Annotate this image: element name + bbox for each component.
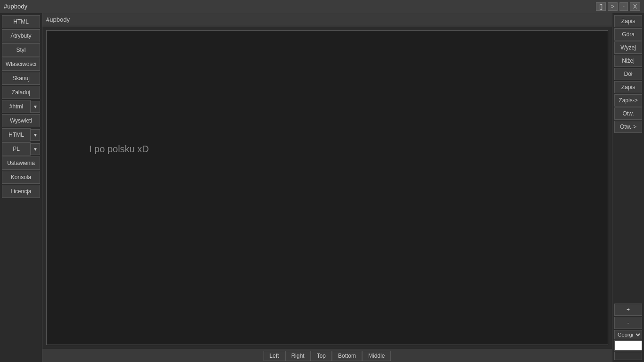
html2-select-arrow[interactable]: ▼: [31, 129, 40, 141]
licencja-button[interactable]: Licencja: [2, 185, 40, 198]
title-bar-controls: [] > - X: [596, 2, 640, 11]
zapis2-button[interactable]: Zapis: [614, 81, 642, 93]
wyzej-button[interactable]: Wyżej: [614, 41, 642, 54]
color-box-dark[interactable]: [614, 352, 642, 360]
breadcrumb: #upbody: [42, 13, 612, 26]
minus-button[interactable]: -: [614, 317, 642, 329]
otw-arrow-button[interactable]: Otw.->: [614, 121, 642, 133]
bottom-button[interactable]: Bottom: [332, 351, 362, 361]
chevron-button[interactable]: >: [608, 2, 618, 11]
html-select-label[interactable]: #html: [2, 100, 31, 113]
title-bar-title: #upbody: [4, 3, 27, 10]
atrybuty-button[interactable]: Atrybuty: [2, 29, 40, 42]
konsola-button[interactable]: Konsola: [2, 171, 40, 184]
center-panel: #upbody I po polsku xD Left Right Top Bo…: [42, 13, 612, 362]
html2-select-label[interactable]: HTML: [2, 128, 31, 141]
close-button[interactable]: X: [630, 2, 640, 11]
html-select-arrow[interactable]: ▼: [31, 101, 40, 113]
left-button[interactable]: Left: [264, 351, 285, 361]
left-sidebar: HTML Atrybuty Styl Wlasciwosci Skanuj Za…: [0, 13, 42, 362]
bracket-button[interactable]: []: [596, 2, 606, 11]
zapis1-button[interactable]: Zapis: [614, 15, 642, 27]
title-bar: #upbody [] > - X: [0, 0, 644, 13]
wlasciwosci-button[interactable]: Wlasciwosci: [2, 58, 40, 71]
top-button[interactable]: Top: [311, 351, 332, 361]
ustawienia-button[interactable]: Ustawienia: [2, 156, 40, 170]
pl-select-label[interactable]: PL: [2, 142, 31, 156]
plus-button[interactable]: +: [614, 304, 642, 316]
minimize-button[interactable]: -: [619, 2, 628, 11]
canvas-text: I po polsku xD: [89, 144, 149, 155]
breadcrumb-text: #upbody: [46, 16, 70, 23]
dol-button[interactable]: Dół: [614, 68, 642, 80]
right-sidebar: Zapis Góra Wyżej Niżej Dół Zapis Zapis->…: [612, 13, 644, 362]
right-button[interactable]: Right: [285, 351, 311, 361]
pl-select-arrow[interactable]: ▼: [31, 143, 40, 155]
canvas-area: I po polsku xD: [46, 30, 608, 345]
gora-button[interactable]: Góra: [614, 28, 642, 41]
pl-select-row: PL ▼: [2, 142, 40, 156]
zaladuj-button[interactable]: Zaladuj: [2, 86, 40, 99]
font-select[interactable]: Georgi Arial Times Courier: [614, 330, 642, 339]
main-layout: HTML Atrybuty Styl Wlasciwosci Skanuj Za…: [0, 13, 644, 362]
right-spacer: [614, 134, 642, 303]
color-box-white[interactable]: [614, 340, 642, 351]
zapis-arrow-button[interactable]: Zapis->: [614, 94, 642, 107]
html-button[interactable]: HTML: [2, 15, 40, 28]
middle-button[interactable]: Middle: [362, 351, 391, 361]
otw-button[interactable]: Otw.: [614, 107, 642, 120]
styl-button[interactable]: Styl: [2, 43, 40, 57]
nizej-button[interactable]: Niżej: [614, 55, 642, 67]
html2-select-row: HTML ▼: [2, 128, 40, 141]
bottom-bar: Left Right Top Bottom Middle: [42, 349, 612, 362]
skanuj-button[interactable]: Skanuj: [2, 72, 40, 85]
wyswietl-button[interactable]: Wyswietl: [2, 114, 40, 127]
html-select-row: #html ▼: [2, 100, 40, 113]
